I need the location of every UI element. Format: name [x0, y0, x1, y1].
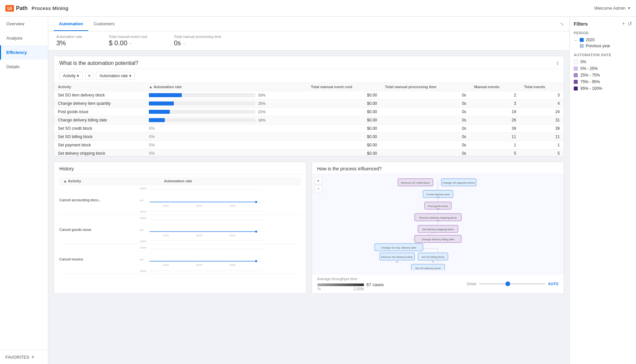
cell-rate: 33% [145, 91, 307, 99]
zoom-in-button[interactable]: + [315, 177, 322, 184]
history-row: Cancel accounting docu... 100% 0% 100% 2… [59, 185, 301, 215]
bar-label: 33% [258, 93, 268, 97]
legend-item[interactable]: 0% - 25% [574, 66, 632, 71]
kpi-automation-rate: Automation rate 3% [56, 35, 82, 47]
cell-cost: $0.00 [307, 116, 381, 124]
process-stats: Average throughput time 67 cases 7s 2,15… [312, 274, 564, 293]
expand-icon[interactable]: ⤡ [560, 21, 564, 27]
process-header: How is the process influenced? [312, 162, 564, 174]
bar-label: 16% [258, 118, 268, 122]
sidebar-item-efficiency[interactable]: Efficiency [0, 45, 48, 60]
history-content: ▲Activity Automation rate Cancel account… [54, 174, 306, 277]
svg-text:100%: 100% [140, 246, 146, 249]
period-selector: ← 2020 Previous year [574, 38, 632, 48]
col-rate[interactable]: ▲Automation rate [145, 83, 307, 91]
top-header: Ui Path Process Mining Welcome Admin ▼ [0, 0, 636, 17]
tab-customers[interactable]: Customers [88, 17, 120, 31]
card-header: What is the automation potential? ℹ [54, 56, 564, 69]
history-col-rate: Automation rate [160, 177, 300, 185]
legend-item[interactable]: 25% - 75% [574, 73, 632, 78]
throughput-label: Average throughput time [317, 277, 384, 281]
sidebar-item-analysis[interactable]: Analysis [0, 31, 48, 45]
zero-pct: 0% [149, 134, 155, 139]
user-menu[interactable]: Welcome Admin ▼ [594, 6, 631, 11]
kpi-value-cost: $ 0.00 – [109, 39, 148, 47]
main-layout: Overview Analysis Efficiency Details FAV… [0, 17, 636, 364]
bar-fill [149, 118, 165, 122]
cell-rate: 21% [145, 108, 307, 116]
favorites-add-icon[interactable]: + [31, 354, 34, 360]
history-chart: 100% 0% 100% 2010 2015 2020 [105, 187, 301, 213]
automation-potential-card: What is the automation potential? ℹ Acti… [54, 56, 564, 156]
tab-automation[interactable]: Automation [54, 17, 88, 31]
right-panel: Filters + ↺ Period ← 2020 Previous year [569, 17, 636, 364]
period-color-2020 [580, 38, 584, 42]
filters-reset-icon[interactable]: ↺ [628, 21, 632, 27]
table-header-row: Activity ▲Automation rate Total manual e… [54, 83, 564, 91]
filters-add-icon[interactable]: + [622, 21, 625, 27]
history-header: History [54, 162, 306, 174]
period-item-prev: Previous year [580, 44, 610, 48]
favorites-section[interactable]: FAVORITES + [0, 350, 48, 364]
cell-time: 0s [381, 149, 470, 156]
cell-total: 4 [520, 99, 564, 108]
svg-text:1m: 1m [436, 196, 440, 198]
kpi-manual-time: Total manual processing time 0s – [174, 35, 221, 47]
throughput-range: 7s 2,159d [317, 287, 364, 291]
period-label-prev: Previous year [586, 44, 610, 48]
add-filter-button[interactable]: + [85, 72, 93, 80]
kpi-label-time: Total manual processing time [174, 35, 221, 39]
zero-pct: 0% [149, 126, 155, 131]
history-sparkline: 100% 0% 100% 2010 2015 2020 [105, 187, 301, 213]
svg-text:Change SO payment terms: Change SO payment terms [442, 181, 475, 184]
cases-count: 67 cases [367, 282, 384, 287]
info-icon[interactable]: ℹ [557, 61, 558, 66]
period-item-2020: 2020 [580, 38, 610, 42]
svg-text:Remove delivery shipping block: Remove delivery shipping block [419, 216, 457, 219]
detail-label: Detail [467, 282, 476, 286]
activity-dropdown[interactable]: Activity ▾ [59, 72, 83, 80]
period-nav-left[interactable]: ← [574, 38, 578, 43]
zoom-out-button[interactable]: − [315, 185, 322, 192]
cell-cost: $0.00 [307, 133, 381, 141]
bar-cell: 33% [149, 93, 303, 97]
legend-item[interactable]: 95% - 100% [574, 86, 632, 91]
logo-area: Ui Path Process Mining [5, 5, 69, 12]
period-color-prev [580, 44, 584, 48]
cell-activity: Set SO credit block [54, 124, 145, 133]
bar-cell: 21% [149, 110, 303, 114]
bar-label: 25% [258, 101, 268, 105]
col-manual: Manual events [470, 83, 520, 91]
cell-total: 31 [520, 116, 564, 124]
legend-label: 25% - 75% [580, 73, 600, 78]
cell-rate: 0% [145, 124, 307, 133]
legend-item[interactable]: 75% - 95% [574, 80, 632, 84]
svg-text:Set SO billing block: Set SO billing block [421, 256, 445, 259]
svg-text:Set SO delivery block: Set SO delivery block [415, 267, 441, 270]
svg-text:100%: 100% [140, 210, 146, 213]
process-card: How is the process influenced? + − [312, 162, 564, 294]
chevron-icon: ▾ [77, 74, 79, 78]
cell-activity: Set payment block [54, 141, 145, 149]
col-time: Total manual processing time [381, 83, 470, 91]
cell-time: 0s [381, 91, 470, 99]
history-chart: 100% 0% 100% 2010 2015 2020 [105, 246, 301, 273]
detail-slider-track[interactable] [479, 283, 545, 284]
cell-activity: Change delivery billing date [54, 116, 145, 124]
table-row: Change delivery billing date 16% $0.00 0… [54, 116, 564, 124]
cell-total: 24 [520, 108, 564, 116]
sidebar-item-overview[interactable]: Overview [0, 17, 48, 31]
svg-text:2m: 2m [436, 208, 440, 210]
legend-item[interactable]: 0% [574, 60, 632, 64]
detail-slider-thumb[interactable] [505, 281, 510, 286]
legend-label: 75% - 95% [580, 80, 600, 84]
user-label: Welcome Admin [594, 6, 625, 11]
automation-table: Activity ▲Automation rate Total manual e… [54, 83, 564, 156]
bar-bg [149, 93, 255, 97]
automation-rate-dropdown[interactable]: Automation rate ▾ [96, 72, 135, 80]
sidebar-item-details[interactable]: Details [0, 60, 48, 74]
legend-label: 0% - 25% [580, 66, 598, 71]
cell-activity: Set SO billing block [54, 133, 145, 141]
cell-time: 0s [381, 124, 470, 133]
cell-total: 5 [520, 149, 564, 156]
